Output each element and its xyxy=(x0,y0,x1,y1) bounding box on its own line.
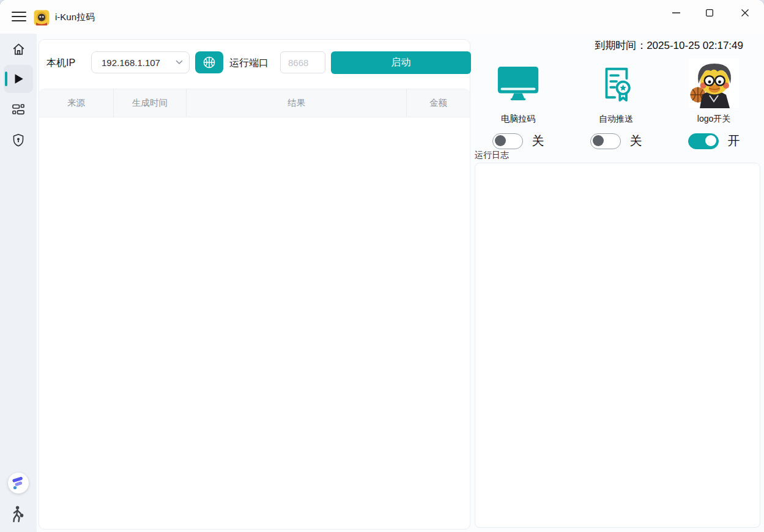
table-header-row: 来源 生成时间 结果 金额 xyxy=(39,89,470,117)
column-header-amount: 金额 xyxy=(406,89,470,117)
feature-auto-push: 自动推送 关 xyxy=(567,57,665,149)
play-icon xyxy=(12,72,25,86)
ikun-avatar-image xyxy=(689,57,739,109)
monitor-icon xyxy=(496,57,540,109)
shield-icon xyxy=(11,133,26,147)
feature-label: 电脑拉码 xyxy=(501,114,535,125)
local-ip-label: 本机IP xyxy=(46,57,75,70)
feature-label: 自动推送 xyxy=(599,114,633,125)
sidebar-item-home[interactable] xyxy=(0,35,37,62)
column-header-source: 来源 xyxy=(39,89,113,117)
expiry-time: 到期时间：2025-10-25 02:17:49 xyxy=(595,39,743,53)
run-log-area[interactable] xyxy=(475,163,760,528)
active-indicator xyxy=(5,72,7,86)
feature-label: logo开关 xyxy=(697,114,730,125)
sidebar-item-security[interactable] xyxy=(0,127,37,153)
maximize-icon xyxy=(706,9,713,17)
column-header-result: 结果 xyxy=(186,89,406,117)
sidebar xyxy=(0,34,37,532)
toggle-state-label: 关 xyxy=(630,133,642,149)
sidebar-item-apps[interactable] xyxy=(0,96,37,123)
ip-select[interactable]: 192.168.1.107 xyxy=(91,51,190,73)
toggle-state-label: 关 xyxy=(532,133,544,149)
home-icon xyxy=(11,42,26,57)
basketball-icon xyxy=(202,55,217,70)
sidebar-item-brand[interactable] xyxy=(0,473,37,493)
close-button[interactable] xyxy=(731,0,759,26)
toggle-knob xyxy=(705,135,716,146)
window-title: i-Kun拉码 xyxy=(55,12,95,23)
computer-pull-toggle[interactable] xyxy=(492,133,523,149)
grid-icon xyxy=(11,102,26,117)
start-button[interactable]: 启动 xyxy=(331,51,471,74)
toggle-knob xyxy=(593,135,604,146)
auto-push-toggle[interactable] xyxy=(590,133,621,149)
app-logo-icon xyxy=(34,10,50,26)
hamburger-icon xyxy=(12,11,26,22)
run-log-label: 运行日志 xyxy=(475,150,509,161)
maximize-button[interactable] xyxy=(695,0,724,26)
toggle-state-label: 开 xyxy=(728,133,740,149)
feature-logo-switch: logo开关 开 xyxy=(665,57,763,149)
minimize-icon xyxy=(672,12,680,13)
main-panel: 本机IP 192.168.1.107 运行端口 启动 来源 生成时间 结果 金额 xyxy=(39,39,470,530)
expiry-value: 2025-10-25 02:17:49 xyxy=(647,40,743,51)
sidebar-item-player[interactable] xyxy=(0,505,37,523)
table-body[interactable] xyxy=(39,117,470,529)
port-input[interactable] xyxy=(280,51,325,73)
toggle-knob xyxy=(495,135,506,146)
minimize-button[interactable] xyxy=(662,0,690,26)
app-window: i-Kun拉码 xyxy=(0,0,764,532)
column-header-time: 生成时间 xyxy=(113,89,186,117)
close-icon xyxy=(741,9,749,17)
basketball-player-icon xyxy=(9,505,28,523)
logo-switch-toggle[interactable] xyxy=(688,133,719,149)
refresh-ip-button[interactable] xyxy=(195,51,223,73)
brand-logo-icon xyxy=(8,473,29,493)
expiry-label: 到期时间： xyxy=(595,40,647,51)
certificate-icon xyxy=(597,57,635,109)
feature-computer-pull: 电脑拉码 关 xyxy=(469,57,567,149)
results-table: 来源 生成时间 结果 金额 xyxy=(39,89,470,530)
ip-select-value: 192.168.1.107 xyxy=(102,57,176,68)
menu-button[interactable] xyxy=(9,5,29,28)
port-label: 运行端口 xyxy=(229,57,269,70)
title-bar: i-Kun拉码 xyxy=(0,0,764,34)
chevron-down-icon xyxy=(176,60,183,65)
sidebar-item-run[interactable] xyxy=(4,65,33,93)
